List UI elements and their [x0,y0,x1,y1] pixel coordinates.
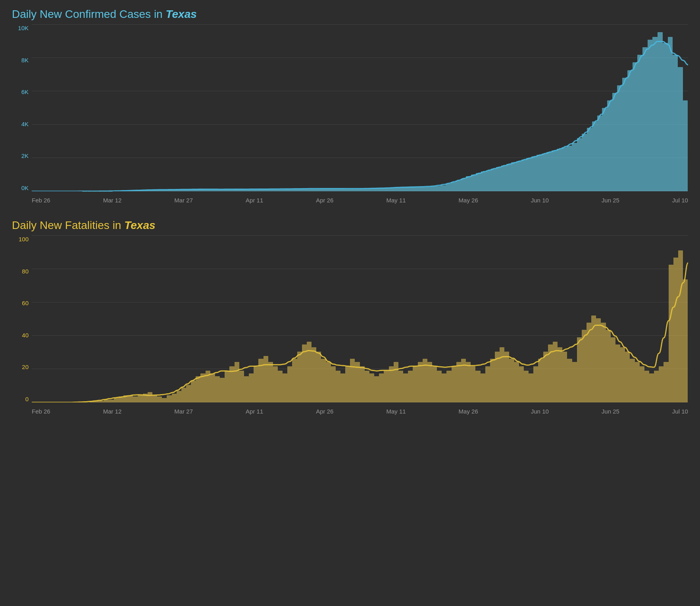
data-bar [644,371,649,402]
data-bar [350,359,355,402]
data-bar [203,189,208,191]
y-label: 6K [8,88,32,95]
data-bar [683,100,688,191]
data-bar [109,400,114,402]
data-bar [289,189,294,191]
data-bar [148,392,152,402]
y-label: 60 [8,300,32,306]
data-bar [143,190,148,191]
data-bar [446,184,451,191]
data-bar [143,394,148,402]
data-bar [633,62,638,191]
data-bar [206,371,210,402]
data-bar [310,189,315,191]
data-bar [297,352,302,402]
data-bar [557,149,562,191]
data-bar [238,189,244,191]
data-bar [648,40,653,191]
data-bar [374,376,379,402]
cases-y-axis: 0K2K4K6K8K10K [8,25,32,191]
data-bar [490,359,495,402]
data-bar [425,187,431,191]
data-bar [307,342,312,402]
data-bar [128,395,133,402]
data-bar [312,347,316,402]
x-label: Mar 27 [174,197,193,204]
data-bar [355,362,360,402]
x-label: May 26 [459,197,478,204]
data-bar [340,189,345,191]
data-bar [279,189,284,191]
data-bar [264,189,269,191]
data-bar [501,165,506,191]
data-bar [413,366,417,402]
data-bar [678,250,683,402]
data-bar [389,366,394,402]
y-label: 10K [8,25,32,31]
x-label: Apr 11 [246,197,263,204]
data-bar [471,175,476,191]
data-bar [294,189,299,191]
y-label: 100 [8,236,32,242]
data-bar [244,376,249,402]
fatalities-chart-title: Daily New Fatalities in Texas [8,219,692,232]
data-bar [440,185,446,191]
data-bar [432,366,437,402]
data-bar [223,189,229,191]
data-bar [538,359,543,402]
data-bar [340,373,345,402]
data-bar [304,189,310,191]
data-bar [254,189,259,191]
data-bar [415,187,421,191]
data-bar [500,347,504,402]
data-bar [239,371,244,402]
cases-title-state: Texas [165,8,196,20]
data-bar [663,362,668,402]
data-bar [380,188,385,191]
data-bar [495,352,500,402]
x-label: Jul 10 [672,197,688,204]
fatalities-x-axis: Feb 26Mar 12Mar 27Apr 11Apr 26May 11May … [32,404,688,418]
data-bar [446,371,451,402]
data-bar [587,323,591,402]
data-bar [533,366,538,402]
data-bar [582,134,587,191]
data-bar [553,342,558,402]
data-bar [548,344,553,402]
cases-chart-area: 0K2K4K6K8K10K Feb 26Mar 12Mar 27Apr 11Ap… [8,25,692,207]
data-bar [384,371,388,402]
data-bar [511,162,516,191]
data-bar [543,352,548,402]
data-bar [658,32,663,191]
data-bar [284,189,289,191]
data-bar [193,189,198,191]
data-bar [514,362,519,402]
data-bar [259,189,264,191]
data-bar [133,396,138,402]
data-bar [546,152,552,191]
data-bar [335,189,340,191]
x-label: May 11 [386,197,406,204]
data-bar [345,366,350,402]
data-bar [531,156,537,191]
data-bar [592,121,597,191]
data-bar [123,191,128,191]
data-bar [491,169,496,191]
data-bar [456,362,461,402]
data-bar [683,279,688,402]
y-label: 20 [8,364,32,370]
data-bar [225,371,229,402]
data-bar [375,188,380,191]
data-bar [196,376,200,402]
fatalities-bars-area [32,236,688,402]
data-bar [606,330,611,402]
data-bar [519,366,524,402]
data-bar [663,43,668,191]
data-bar [452,366,456,402]
data-bar [133,190,138,191]
data-bar [128,190,133,191]
data-bar [365,371,369,402]
x-label: May 26 [459,408,478,415]
data-bar [268,362,273,402]
data-bar [591,316,596,402]
